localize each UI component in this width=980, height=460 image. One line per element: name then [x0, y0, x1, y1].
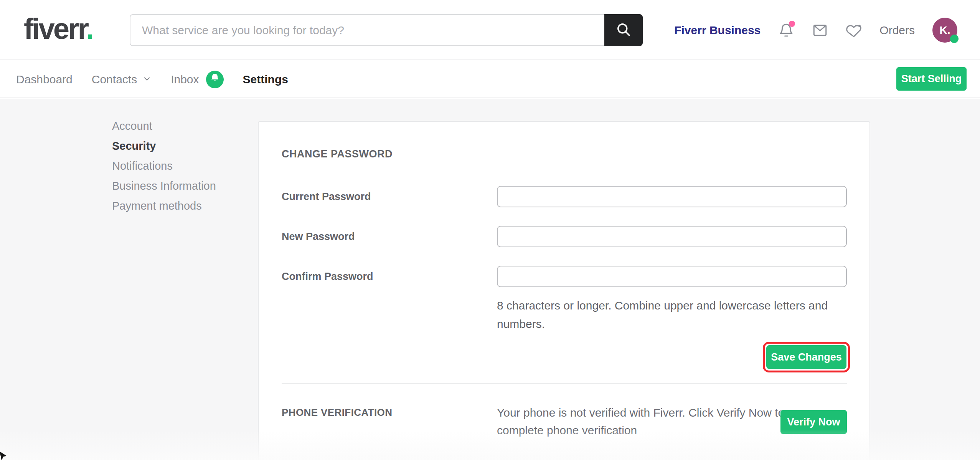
- nav-item-dashboard[interactable]: Dashboard: [16, 73, 73, 86]
- header-actions: Fiverr Business Orders K.: [674, 0, 957, 60]
- phone-verification-title: PHONE VERIFICATION: [282, 407, 392, 419]
- new-password-field[interactable]: [497, 226, 847, 247]
- nav-item-settings[interactable]: Settings: [243, 73, 288, 86]
- nav-item-dashboard-label: Dashboard: [16, 73, 73, 86]
- bell-filled-icon: [210, 73, 220, 86]
- sidebar-item-notifications[interactable]: Notifications: [112, 156, 216, 176]
- phone-verification-message: Your phone is not verified with Fiverr. …: [497, 404, 789, 439]
- search-icon: [615, 21, 632, 39]
- avatar-initial: K.: [940, 24, 950, 36]
- nav-item-settings-label: Settings: [243, 73, 288, 86]
- start-selling-button[interactable]: Start Selling: [896, 67, 967, 91]
- sidebar-item-payment-methods[interactable]: Payment methods: [112, 196, 216, 216]
- change-password-title: CHANGE PASSWORD: [282, 148, 393, 160]
- sidebar-item-account[interactable]: Account: [112, 116, 216, 136]
- save-changes-highlight: Save Changes: [763, 342, 850, 372]
- top-header: fiverr. Fiverr Business: [0, 0, 980, 60]
- security-settings-card: CHANGE PASSWORD Current Password New Pas…: [258, 121, 870, 460]
- confirm-password-row: Confirm Password: [282, 266, 848, 287]
- new-password-row: New Password: [282, 226, 848, 247]
- envelope-icon: [812, 22, 828, 38]
- logo-dot: .: [86, 12, 92, 45]
- page: fiverr. Fiverr Business: [0, 0, 980, 460]
- settings-sidebar: Account Security Notifications Business …: [112, 116, 216, 216]
- password-hint: 8 characters or longer. Combine upper an…: [497, 296, 860, 333]
- fiverr-logo[interactable]: fiverr.: [24, 12, 92, 45]
- fiverr-business-link[interactable]: Fiverr Business: [674, 24, 761, 37]
- settings-content: Account Security Notifications Business …: [0, 99, 980, 460]
- new-password-label: New Password: [282, 231, 497, 243]
- search-input[interactable]: [130, 14, 604, 46]
- nav-item-contacts-label: Contacts: [92, 73, 137, 86]
- current-password-field[interactable]: [497, 186, 847, 207]
- search-bar: [130, 14, 643, 46]
- confirm-password-field[interactable]: [497, 266, 847, 287]
- verify-now-button[interactable]: Verify Now: [780, 410, 847, 434]
- chevron-down-icon: [142, 73, 152, 86]
- mouse-cursor: [0, 450, 10, 460]
- nav-item-contacts[interactable]: Contacts: [92, 73, 152, 86]
- logo-text: fiverr: [24, 12, 86, 45]
- current-password-row: Current Password: [282, 186, 848, 207]
- favorites-button[interactable]: [846, 22, 862, 38]
- current-password-label: Current Password: [282, 191, 497, 203]
- search-button[interactable]: [604, 14, 643, 46]
- notification-dot: [789, 21, 795, 27]
- section-divider: [282, 383, 847, 384]
- online-status-dot: [950, 35, 959, 43]
- nav-item-inbox[interactable]: Inbox: [171, 71, 223, 88]
- avatar[interactable]: K.: [932, 18, 957, 43]
- messages-button[interactable]: [812, 22, 828, 38]
- inbox-bell-badge: [206, 71, 224, 88]
- notifications-button[interactable]: [778, 22, 794, 38]
- confirm-password-label: Confirm Password: [282, 271, 497, 283]
- heart-icon: [846, 22, 862, 38]
- nav-item-inbox-label: Inbox: [171, 73, 199, 86]
- secondary-nav: Dashboard Contacts Inbox Settings Start …: [0, 61, 980, 98]
- change-password-form: Current Password New Password Confirm Pa…: [282, 186, 848, 306]
- sidebar-item-business-information[interactable]: Business Information: [112, 176, 216, 196]
- nav-items: Dashboard Contacts Inbox Settings: [16, 61, 288, 98]
- save-changes-button[interactable]: Save Changes: [766, 345, 846, 369]
- orders-link[interactable]: Orders: [879, 24, 915, 37]
- sidebar-item-security[interactable]: Security: [112, 136, 216, 156]
